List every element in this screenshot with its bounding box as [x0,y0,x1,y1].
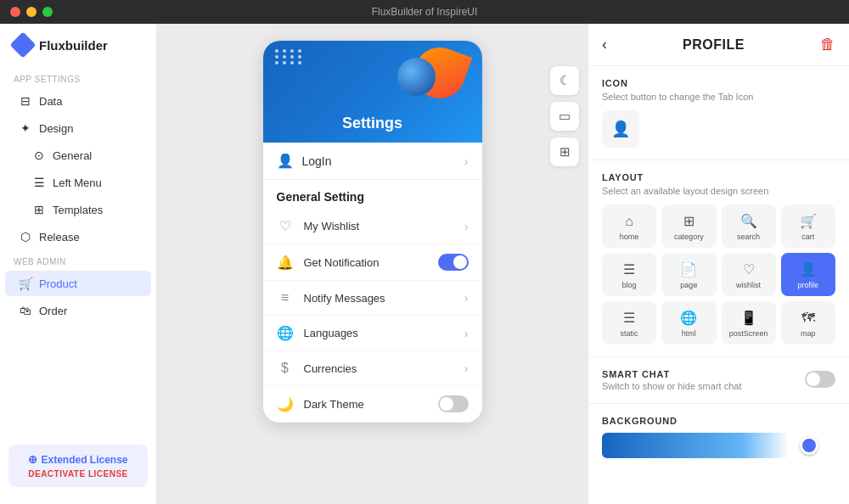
menu-item-wishlist[interactable]: ♡ My Wishlist › [263,209,482,244]
smart-chat-desc: Switch to show or hide smart chat [602,381,741,391]
languages-chevron-icon: › [464,327,469,340]
qr-icon: ⊞ [559,144,571,160]
login-chevron-icon: › [464,154,469,168]
logo-text: Fluxbuilder [39,38,108,53]
sidebar-item-product-label: Product [39,277,77,290]
layout-page[interactable]: 📄 page [661,253,716,296]
phone-header-title: Settings [342,115,402,132]
layout-blog[interactable]: ☰ blog [602,253,656,296]
sidebar-item-data[interactable]: ⊟ Data [5,88,151,114]
sidebar-item-general[interactable]: ⊙ General [5,143,151,168]
darktheme-toggle[interactable] [438,395,469,412]
category-icon: ⊞ [683,213,694,229]
icon-selector[interactable]: 👤 [602,110,639,148]
smart-chat-toggle[interactable] [805,371,835,388]
smart-chat-title: SMART CHAT [602,369,741,379]
map-icon: 🗺 [801,311,815,326]
general-icon: ⊙ [32,148,46,162]
layout-search[interactable]: 🔍 search [722,204,776,248]
right-panel-title: PROFILE [683,37,745,53]
notification-icon: 🔔 [277,255,294,271]
sidebar-item-product[interactable]: 🛒 Product [5,271,151,296]
delete-button[interactable]: 🗑 [820,36,835,53]
leftmenu-icon: ☰ [32,176,46,189]
currencies-chevron-icon: › [464,361,469,375]
wishlist-chevron-icon: › [464,220,469,233]
sidebar-item-leftmenu[interactable]: ☰ Left Menu [5,170,151,195]
deactivate-license[interactable]: DEACTIVATE LICENSE [19,469,138,479]
product-icon: 🛒 [19,277,32,290]
background-gradient-bar[interactable] [602,433,835,458]
languages-label: Languages [304,327,358,339]
menu-item-darktheme[interactable]: 🌙 Dark Theme [263,386,482,423]
moon-button[interactable]: ☾ [550,66,579,95]
currencies-icon: $ [277,361,294,376]
wishlist-layout-icon: ♡ [743,261,755,277]
sidebar-item-order[interactable]: 🛍 Order [5,298,151,323]
menu-item-currencies[interactable]: $ Currencies › [263,351,482,386]
close-button[interactable] [10,7,20,17]
license-title[interactable]: ⊕ Extended License [19,453,138,466]
data-icon: ⊟ [19,94,32,108]
monitor-button[interactable]: ▭ [550,102,579,131]
languages-icon: 🌐 [277,325,294,341]
sidebar: Fluxbuilder App Settings ⊟ Data ✦ Design… [0,24,157,504]
layout-static[interactable]: ☰ static [602,301,656,344]
menu-item-languages[interactable]: 🌐 Languages › [263,316,482,351]
layout-map[interactable]: 🗺 map [781,301,835,344]
search-icon: 🔍 [740,213,757,229]
layout-home[interactable]: ⌂ home [602,204,656,248]
app-container: Fluxbuilder App Settings ⊟ Data ✦ Design… [0,24,849,504]
login-avatar-icon: 👤 [277,153,294,169]
smart-chat-section: SMART CHAT Switch to show or hide smart … [588,357,849,404]
icon-section-desc: Select button to change the Tab Icon [602,92,835,102]
monitor-icon: ▭ [559,109,571,124]
notification-toggle[interactable] [438,254,469,271]
title-bar: FluxBuilder of InspireUI [0,0,849,24]
sidebar-item-general-label: General [53,149,92,162]
login-row[interactable]: 👤 LogIn › [263,143,482,180]
layout-wishlist[interactable]: ♡ wishlist [722,253,776,296]
layout-postscreen[interactable]: 📱 postScreen [722,301,776,344]
background-section: BACKGROUND [588,404,849,470]
phone-body: 👤 LogIn › General Setting ♡ My Wishlist … [263,143,482,423]
back-button[interactable]: ‹ [602,36,607,53]
sidebar-item-templates[interactable]: ⊞ Templates [5,197,151,222]
order-icon: 🛍 [19,304,32,317]
layout-section-title: LAYOUT [602,172,835,182]
phone-preview: Settings 👤 LogIn › General Setting ♡ My [263,41,482,423]
sidebar-item-order-label: Order [39,305,67,317]
templates-icon: ⊞ [32,203,46,216]
notification-label: Get Notification [304,256,380,269]
layout-profile[interactable]: 👤 profile [781,253,835,296]
messages-label: Notify Messages [304,292,385,305]
release-icon: ⬡ [19,230,32,244]
wishlist-icon: ♡ [277,218,294,234]
sidebar-item-design[interactable]: ✦ Design [5,115,151,141]
person-icon: 👤 [611,120,630,138]
header-dots [275,49,303,64]
darktheme-label: Dark Theme [304,398,364,411]
sidebar-item-data-label: Data [39,95,62,108]
center-area: Settings 👤 LogIn › General Setting ♡ My [157,24,588,504]
qr-button[interactable]: ⊞ [550,137,579,166]
layout-category[interactable]: ⊞ category [661,204,716,248]
preview-side-buttons: ☾ ▭ ⊞ [550,66,579,166]
menu-item-notification[interactable]: 🔔 Get Notification [263,244,482,281]
postscreen-icon: 📱 [740,310,757,326]
gradient-handle[interactable] [800,436,818,455]
menu-item-messages[interactable]: ≡ Notify Messages › [263,281,482,316]
logo: Fluxbuilder [0,36,156,68]
messages-chevron-icon: › [464,291,469,305]
app-settings-label: App Settings [0,68,156,87]
window-controls [10,7,53,17]
layout-html[interactable]: 🌐 html [661,301,716,344]
maximize-button[interactable] [42,7,53,17]
blog-icon: ☰ [623,261,635,277]
sidebar-item-release-label: Release [39,231,80,244]
icon-section-title: ICON [602,78,835,88]
sidebar-item-release[interactable]: ⬡ Release [5,224,151,249]
layout-cart[interactable]: 🛒 cart [781,204,835,248]
home-icon: ⌂ [625,214,633,229]
minimize-button[interactable] [26,7,37,17]
